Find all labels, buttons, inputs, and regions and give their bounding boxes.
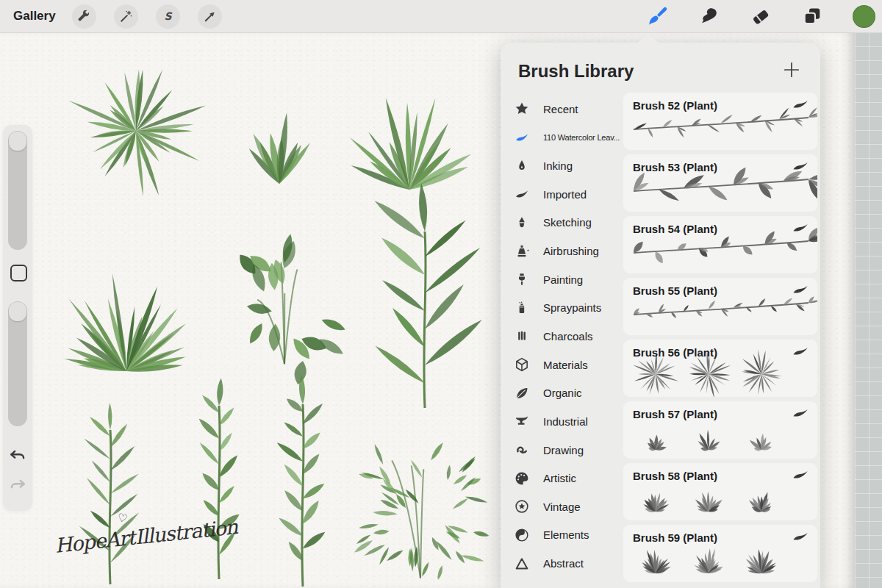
smudge-tool-button[interactable] xyxy=(698,5,720,27)
selection-button[interactable]: S xyxy=(156,4,180,29)
add-brush-button[interactable] xyxy=(782,60,801,79)
active-color-swatch[interactable] xyxy=(853,5,875,28)
brush-set-item-drawing[interactable]: Drawing xyxy=(501,436,623,465)
cube-icon xyxy=(513,356,531,373)
signature-stroke-icon xyxy=(792,284,808,295)
brush-item-59[interactable]: Brush 59 (Plant) xyxy=(623,525,817,582)
brush-set-item-vintage[interactable]: Vintage xyxy=(501,492,623,521)
pencil-icon xyxy=(513,214,531,232)
svg-text:S: S xyxy=(164,10,172,22)
modify-button[interactable] xyxy=(10,265,27,282)
smudge-icon xyxy=(699,6,720,26)
brush-set-item-organic[interactable]: Organic xyxy=(501,379,623,407)
triangle-icon xyxy=(513,555,531,573)
brush-set-label: Vintage xyxy=(543,501,581,513)
brush-set-label: Inking xyxy=(543,159,573,172)
brush-opacity-slider[interactable] xyxy=(8,301,27,426)
paintbrush-icon xyxy=(647,5,669,27)
spray-can-icon xyxy=(513,299,531,317)
brush-name: Brush 59 (Plant) xyxy=(633,531,717,544)
brush-set-item-materials[interactable]: Materials xyxy=(501,351,623,379)
yin-yang-icon xyxy=(513,526,531,544)
brush-name: Brush 52 (Plant) xyxy=(633,99,717,112)
signature-stroke-icon xyxy=(792,346,808,356)
brush-set-item-sketching[interactable]: Sketching xyxy=(501,209,623,237)
brush-set-item[interactable] xyxy=(501,578,623,588)
eraser-icon xyxy=(750,6,771,26)
brush-size-slider[interactable] xyxy=(8,131,27,250)
gallery-button[interactable]: Gallery xyxy=(13,9,56,24)
brush-item-55[interactable]: Brush 55 (Plant) xyxy=(623,278,817,335)
brush-set-label: Recent xyxy=(543,103,578,115)
layers-icon xyxy=(802,6,822,26)
brush-set-label: Elements xyxy=(543,528,589,541)
brush-set-item-elements[interactable]: Elements xyxy=(501,521,623,550)
brush-set-label: Drawing xyxy=(543,444,584,456)
pen-nib-icon xyxy=(513,157,531,175)
layers-button[interactable] xyxy=(801,5,823,27)
brush-set-label: Charcoals xyxy=(543,330,593,343)
brush-set-label: Imported xyxy=(543,188,587,201)
signature-stroke-icon xyxy=(792,408,808,418)
brush-set-label: Airbrushing xyxy=(543,245,599,257)
undo-button[interactable] xyxy=(8,447,27,466)
transform-button[interactable] xyxy=(198,4,222,29)
brush-library-panel: Brush Library Recent110 Watercolor Leav.… xyxy=(501,43,820,588)
brush-item-57[interactable]: Brush 57 (Plant) xyxy=(623,401,817,459)
signature-stroke-icon xyxy=(792,470,808,480)
brush-set-item-inking[interactable]: Inking xyxy=(501,151,623,180)
brush-set-label: Sketching xyxy=(543,216,592,229)
brush-size-thumb[interactable] xyxy=(9,132,26,151)
brush-set-label: Organic xyxy=(543,387,582,399)
redo-button[interactable] xyxy=(8,476,27,495)
actions-button[interactable] xyxy=(72,4,96,29)
brush-set-label: Abstract xyxy=(543,557,584,570)
brush-item-54[interactable]: Brush 54 (Plant) xyxy=(623,216,817,273)
brush-set-label: Artistic xyxy=(543,472,576,484)
workspace-background xyxy=(855,32,882,588)
star-icon xyxy=(513,100,531,118)
brush-set-list: Recent110 Watercolor Leav...InkingImport… xyxy=(501,95,623,588)
brush-item-56[interactable]: Brush 56 (Plant) xyxy=(623,340,817,397)
adjustments-button[interactable] xyxy=(114,4,138,29)
magic-wand-icon xyxy=(118,9,134,24)
charcoal-bars-icon xyxy=(513,327,531,345)
brush-set-item-industrial[interactable]: Industrial xyxy=(501,407,623,436)
brush-tool-button[interactable] xyxy=(647,5,669,27)
brushstroke-icon xyxy=(513,185,531,203)
brush-set-item-airbrushing[interactable]: Airbrushing xyxy=(501,237,623,265)
brush-item-52[interactable]: Brush 52 (Plant) xyxy=(623,93,817,150)
brush-name: Brush 55 (Plant) xyxy=(633,284,717,297)
brush-set-item-110-watercolor-leav[interactable]: 110 Watercolor Leav... xyxy=(501,123,623,152)
signature-stroke-icon xyxy=(792,161,808,171)
squiggle-icon xyxy=(513,441,531,459)
signature-stroke-icon xyxy=(792,223,808,233)
brush-set-label: 110 Watercolor Leav... xyxy=(543,133,620,142)
star-circle-icon xyxy=(513,498,531,515)
brush-set-label: Painting xyxy=(543,273,583,286)
brush-set-item-abstract[interactable]: Abstract xyxy=(501,549,623,578)
top-toolbar: Gallery S xyxy=(0,0,882,33)
plus-icon xyxy=(782,60,801,79)
brush-item-58[interactable]: Brush 58 (Plant) xyxy=(623,463,817,520)
signature-stroke-icon xyxy=(792,531,808,542)
brushstroke-icon xyxy=(513,583,531,588)
flat-brush-icon xyxy=(513,270,531,288)
anvil-icon xyxy=(513,412,531,430)
paint-tools-group xyxy=(647,0,882,32)
brush-set-item-painting[interactable]: Painting xyxy=(501,265,623,294)
brush-set-item-recent[interactable]: Recent xyxy=(501,95,623,123)
brush-opacity-thumb[interactable] xyxy=(9,302,26,321)
brush-set-item-artistic[interactable]: Artistic xyxy=(501,464,623,492)
brush-set-item-charcoals[interactable]: Charcoals xyxy=(501,322,623,351)
sidebar-controls xyxy=(3,125,32,511)
brush-name: Brush 54 (Plant) xyxy=(633,223,717,235)
brush-item-53[interactable]: Brush 53 (Plant) xyxy=(623,154,817,212)
brush-set-label: Industrial xyxy=(543,415,588,428)
brush-set-item-spraypaints[interactable]: Spraypaints xyxy=(501,293,623,322)
adjustments-s-icon: S xyxy=(160,9,176,24)
palette-icon xyxy=(513,470,531,487)
brush-list: Brush 52 (Plant)Brush 53 (Plant)Brush 54… xyxy=(623,93,817,588)
eraser-tool-button[interactable] xyxy=(750,5,772,27)
brush-set-item-imported[interactable]: Imported xyxy=(501,180,623,209)
